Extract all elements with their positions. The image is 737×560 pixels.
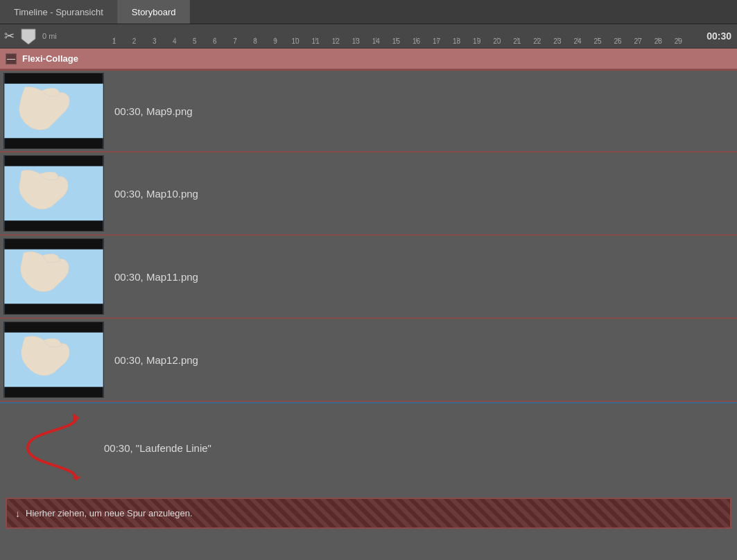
- animation-arrow: [14, 410, 90, 486]
- svg-rect-6: [4, 220, 103, 231]
- drop-arrow-icon: ↓: [15, 508, 20, 519]
- track-name: Flexi-Collage: [22, 53, 78, 64]
- tick-17: 17: [426, 37, 446, 45]
- tick-26: 26: [608, 37, 628, 45]
- track-header: — Flexi-Collage: [0, 49, 737, 69]
- svg-rect-11: [4, 322, 103, 333]
- ruler-timecode: 00:30: [688, 30, 737, 42]
- story-thumbnail-1: [3, 73, 104, 149]
- tick-22: 22: [527, 37, 547, 45]
- tick-21: 21: [507, 37, 527, 45]
- svg-rect-3: [4, 138, 103, 148]
- ruler-left: ✂ 0 mi: [0, 28, 104, 44]
- tick-8: 8: [245, 37, 265, 45]
- tick-25: 25: [588, 37, 608, 45]
- tick-6: 6: [205, 37, 225, 45]
- drop-zone-text: Hierher ziehen, um neue Spur anzulegen.: [26, 508, 193, 518]
- tick-10: 10: [286, 37, 306, 45]
- story-item-1[interactable]: 00:30, Map9.png: [0, 69, 737, 152]
- tick-19: 19: [467, 37, 487, 45]
- track-collapse-button[interactable]: —: [6, 53, 17, 64]
- tick-24: 24: [567, 37, 587, 45]
- tick-7: 7: [225, 37, 245, 45]
- drop-zone[interactable]: ↓ Hierher ziehen, um neue Spur anzulegen…: [6, 498, 731, 529]
- animation-section: 00:30, "Laufende Linie": [0, 402, 737, 492]
- tick-1: 1: [104, 37, 124, 45]
- svg-rect-12: [4, 387, 103, 397]
- story-item-4[interactable]: 00:30, Map12.png: [0, 319, 737, 402]
- tick-2: 2: [124, 37, 144, 45]
- tick-16: 16: [406, 37, 426, 45]
- playhead-timecode: 0 mi: [42, 32, 57, 40]
- playhead-icon: [19, 28, 38, 44]
- svg-rect-9: [4, 304, 103, 314]
- tick-5: 5: [184, 37, 205, 45]
- svg-rect-5: [4, 156, 103, 166]
- storyboard-area[interactable]: 00:30, Map9.png 00:30, Map10.png: [0, 69, 737, 560]
- tick-29: 29: [668, 37, 688, 45]
- tick-9: 9: [266, 37, 286, 45]
- tick-11: 11: [306, 37, 326, 45]
- story-thumbnail-3: [3, 238, 104, 315]
- story-thumbnail-4: [3, 322, 104, 398]
- tick-20: 20: [487, 37, 507, 45]
- tab-timeline[interactable]: Timeline - Spuransicht: [0, 0, 118, 24]
- ruler-ticks: 1 2 3 4 5 6 7 8 9 10 11 12 13 14 15 16 1…: [104, 24, 688, 48]
- story-info-1: 00:30, Map9.png: [107, 105, 193, 117]
- ruler-bar: ✂ 0 mi 1 2 3 4 5 6 7 8 9 10 11 12 13 14 …: [0, 24, 737, 49]
- scissors-icon: ✂: [4, 28, 15, 44]
- animation-info: 00:30, "Laufende Linie": [104, 442, 211, 454]
- story-info-4: 00:30, Map12.png: [107, 354, 198, 366]
- story-thumbnail-2: [3, 155, 104, 231]
- tick-3: 3: [144, 37, 164, 45]
- tick-27: 27: [628, 37, 648, 45]
- tick-15: 15: [386, 37, 406, 45]
- svg-marker-0: [21, 29, 35, 44]
- tick-23: 23: [547, 37, 567, 45]
- story-item-3[interactable]: 00:30, Map11.png: [0, 236, 737, 319]
- tick-18: 18: [446, 37, 467, 45]
- tick-12: 12: [326, 37, 346, 45]
- tick-4: 4: [164, 37, 184, 45]
- svg-rect-2: [4, 73, 103, 84]
- story-info-3: 00:30, Map11.png: [107, 271, 198, 283]
- svg-rect-8: [4, 239, 103, 250]
- tick-13: 13: [346, 37, 366, 45]
- tab-bar: Timeline - Spuransicht Storyboard: [0, 0, 737, 24]
- story-item-2[interactable]: 00:30, Map10.png: [0, 152, 737, 236]
- tick-28: 28: [648, 37, 668, 45]
- tick-14: 14: [366, 37, 386, 45]
- story-info-2: 00:30, Map10.png: [107, 188, 198, 200]
- tab-storyboard[interactable]: Storyboard: [118, 0, 191, 24]
